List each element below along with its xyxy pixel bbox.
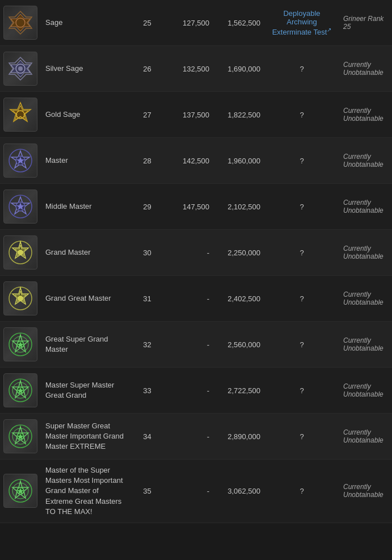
rank-test[interactable]: Deployable Archwing Exterminate Test↗ xyxy=(265,7,339,38)
rank-badge xyxy=(3,373,37,407)
rank-xp: 132,500 xyxy=(163,62,214,75)
rank-total-xp: 1,562,500 xyxy=(214,16,265,30)
rank-notes: Currently Unobtainable xyxy=(339,104,392,125)
rank-level: 25 xyxy=(132,16,163,30)
test-unknown: ? xyxy=(300,249,304,257)
table-row: Master Super Master Great Grand33-2,722,… xyxy=(0,368,392,414)
rank-icon-col xyxy=(0,325,41,364)
rank-xp: 127,500 xyxy=(163,16,214,30)
test-unknown: ? xyxy=(300,386,304,395)
rank-notes: Currently Unobtainable xyxy=(339,242,392,263)
rank-level: 28 xyxy=(132,154,163,167)
rank-notes: Currently Unobtainable xyxy=(339,481,392,501)
rank-badge xyxy=(3,474,37,508)
test-unknown: ? xyxy=(300,203,304,211)
svg-point-21 xyxy=(18,250,23,255)
rank-badge xyxy=(3,52,37,86)
rank-badge xyxy=(3,6,37,40)
rank-xp: 137,500 xyxy=(163,108,214,121)
rank-icon-col xyxy=(0,141,41,180)
rank-test-link[interactable]: Deployable Archwing Exterminate Test↗ xyxy=(272,9,332,36)
rank-test: ? xyxy=(265,154,339,167)
rank-total-xp: 1,960,000 xyxy=(214,154,265,167)
rank-level: 34 xyxy=(132,430,163,443)
test-unknown: ? xyxy=(300,432,304,441)
rank-xp: - xyxy=(163,292,214,305)
rank-level: 26 xyxy=(132,62,163,75)
rank-test: ? xyxy=(265,384,339,397)
table-row: Gold Sage27137,5001,822,500?Currently Un… xyxy=(0,92,392,138)
table-row: Super Master Great Master Important Gran… xyxy=(0,414,392,460)
rank-icon-col xyxy=(0,233,41,272)
test-unknown: ? xyxy=(300,65,304,73)
table-row: Middle Master29147,5002,102,500?Currentl… xyxy=(0,184,392,230)
rank-badge xyxy=(3,98,37,132)
rank-icon-col xyxy=(0,49,41,88)
table-row: Master28142,5001,960,000?Currently Unobt… xyxy=(0,138,392,184)
rank-badge xyxy=(3,235,37,270)
rank-test: ? xyxy=(265,246,339,259)
rank-level: 31 xyxy=(132,292,163,305)
table-row: Great Super Grand Master32-2,560,000?Cur… xyxy=(0,322,392,368)
rank-xp: - xyxy=(163,430,214,443)
rank-badge xyxy=(3,419,37,453)
rank-xp: 147,500 xyxy=(163,200,214,213)
rank-name: Middle Master xyxy=(41,199,132,214)
rank-test: ? xyxy=(265,200,339,213)
test-unknown: ? xyxy=(300,340,304,349)
rank-icon-col xyxy=(0,95,41,134)
rank-badge xyxy=(3,144,37,178)
rank-total-xp: 3,062,500 xyxy=(214,485,265,498)
rank-badge xyxy=(3,327,37,361)
table-row: Grand Great Master31-2,402,500?Currently… xyxy=(0,276,392,322)
rank-name: Grand Master xyxy=(41,245,132,260)
svg-point-6 xyxy=(18,66,23,71)
rank-notes: Currently Unobtainable xyxy=(339,380,392,401)
rank-name: Master of the Super Masters Most Importa… xyxy=(41,463,132,519)
rank-test: ? xyxy=(265,292,339,305)
rank-name: Sage xyxy=(41,15,132,30)
rank-level: 29 xyxy=(132,200,163,213)
rank-icon-col xyxy=(0,371,41,410)
rank-total-xp: 2,890,000 xyxy=(214,430,265,443)
rank-badge xyxy=(3,281,37,315)
test-unknown: ? xyxy=(300,487,304,495)
rank-icon-col xyxy=(0,417,41,456)
rank-name: Gold Sage xyxy=(41,107,132,122)
rank-total-xp: 2,250,000 xyxy=(214,246,265,259)
rank-xp: 142,500 xyxy=(163,154,214,167)
test-unknown: ? xyxy=(300,111,304,119)
rank-level: 30 xyxy=(132,246,163,259)
svg-point-25 xyxy=(18,296,23,301)
table-row: Silver Sage26132,5001,690,000?Currently … xyxy=(0,46,392,92)
rank-notes: Currently Unobtainable xyxy=(339,150,392,171)
rank-badge xyxy=(3,190,37,224)
rank-level: 35 xyxy=(132,485,163,498)
rank-xp: - xyxy=(163,384,214,397)
rank-notes: Currently Unobtainable xyxy=(339,334,392,355)
rank-test: ? xyxy=(265,62,339,75)
rank-xp: - xyxy=(163,485,214,498)
rank-notes: Grineer Rank 25 xyxy=(339,12,392,33)
rank-xp: - xyxy=(163,246,214,259)
rank-name: Super Master Great Master Important Gran… xyxy=(41,419,132,454)
rank-test: ? xyxy=(265,430,339,443)
rank-name: Master Super Master Great Grand xyxy=(41,378,132,403)
rank-notes: Currently Unobtainable xyxy=(339,288,392,309)
rank-total-xp: 2,722,500 xyxy=(214,384,265,397)
rank-name: Silver Sage xyxy=(41,61,132,76)
external-link-icon: ↗ xyxy=(327,26,331,32)
rank-icon-col xyxy=(0,3,41,42)
rank-level: 27 xyxy=(132,108,163,121)
rank-total-xp: 2,102,500 xyxy=(214,200,265,213)
rank-total-xp: 2,402,500 xyxy=(214,292,265,305)
rank-total-xp: 1,690,000 xyxy=(214,62,265,75)
rank-level: 33 xyxy=(132,384,163,397)
rank-name: Grand Great Master xyxy=(41,291,132,306)
rank-level: 32 xyxy=(132,338,163,351)
rank-icon-col xyxy=(0,471,41,510)
rank-name: Great Super Grand Master xyxy=(41,332,132,357)
rank-icon-col xyxy=(0,187,41,226)
test-unknown: ? xyxy=(300,294,304,303)
rank-notes: Currently Unobtainable xyxy=(339,196,392,217)
